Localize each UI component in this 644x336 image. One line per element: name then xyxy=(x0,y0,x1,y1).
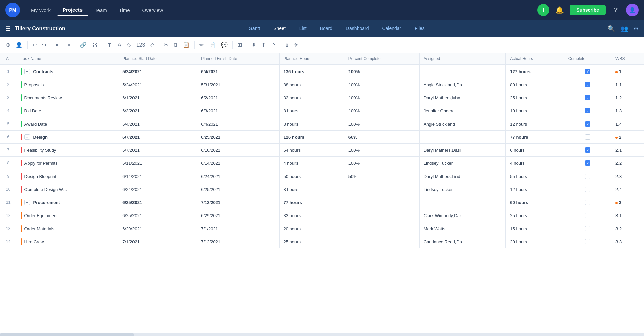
table-row[interactable]: 3Documents Review6/1/20216/2/202132 hour… xyxy=(0,91,644,104)
delete-button[interactable]: 🗑 xyxy=(105,41,114,49)
nav-projects[interactable]: Projects xyxy=(57,4,88,16)
tab-files[interactable]: Files xyxy=(408,21,431,36)
complete-cell[interactable] xyxy=(564,196,611,209)
notes-button[interactable]: 📄 xyxy=(207,40,218,49)
font-button[interactable]: A xyxy=(116,41,123,49)
grid-button[interactable]: ⊞ xyxy=(235,40,244,49)
checkbox-unchecked[interactable] xyxy=(585,239,590,244)
task-name-cell[interactable]: Proposals xyxy=(17,78,118,91)
table-row[interactable]: 7Feasibility Study6/7/20216/10/202164 ho… xyxy=(0,144,644,157)
table-row[interactable]: 6−Design6/7/20216/25/2021126 hours66%77 … xyxy=(0,131,644,144)
tab-gantt[interactable]: Gantt xyxy=(242,21,267,36)
task-name-cell[interactable]: Bid Date xyxy=(17,104,118,117)
col-planned-hours[interactable]: Planned Hours xyxy=(279,53,344,65)
link-button[interactable]: 🔗 xyxy=(78,40,89,49)
complete-cell[interactable]: ✓ xyxy=(564,117,611,131)
task-name-cell[interactable]: Order Equipment xyxy=(17,209,118,222)
table-row[interactable]: 4Bid Date6/3/20216/3/20218 hours100%Jenn… xyxy=(0,104,644,117)
complete-cell[interactable]: ✓ xyxy=(564,104,611,117)
table-row[interactable]: 10Complete Design W…6/24/20216/25/20218 … xyxy=(0,183,644,196)
table-row[interactable]: 1−Contracts5/24/20216/4/2021136 hours100… xyxy=(0,65,644,78)
highlight-button[interactable]: ◇ xyxy=(125,40,133,49)
nav-overview[interactable]: Overview xyxy=(137,5,169,16)
col-assigned[interactable]: Assigned xyxy=(419,53,506,65)
expand-icon[interactable]: − xyxy=(24,134,30,140)
table-row[interactable]: 5Award Date6/4/20216/4/20218 hours100%An… xyxy=(0,117,644,131)
task-name-cell[interactable]: Complete Design W… xyxy=(17,183,118,196)
complete-cell[interactable] xyxy=(564,131,611,144)
edit-button[interactable]: ✏ xyxy=(197,40,206,49)
col-percent[interactable]: Percent Complete xyxy=(344,53,419,65)
expand-icon[interactable]: − xyxy=(24,200,30,205)
task-name-cell[interactable]: Hire Crew xyxy=(17,235,118,248)
number-button[interactable]: 123 xyxy=(134,41,147,49)
search-icon[interactable]: 🔍 xyxy=(608,25,615,32)
people-icon[interactable]: 👥 xyxy=(621,25,628,32)
task-name-cell[interactable]: −Procurement xyxy=(17,196,118,209)
print-button[interactable]: 🖨 xyxy=(269,41,278,49)
col-task-name[interactable]: Task Name xyxy=(17,53,118,65)
info-button[interactable]: ℹ xyxy=(284,40,290,49)
tab-list[interactable]: List xyxy=(292,21,313,36)
notifications-button[interactable]: 🔔 xyxy=(553,4,566,16)
complete-cell[interactable] xyxy=(564,183,611,196)
complete-cell[interactable]: ✓ xyxy=(564,91,611,104)
checkbox-checked[interactable]: ✓ xyxy=(585,108,590,113)
comment-button[interactable]: 💬 xyxy=(219,40,230,49)
menu-toggle[interactable]: ☰ xyxy=(5,25,11,32)
nav-time[interactable]: Time xyxy=(114,5,136,16)
checkbox-unchecked[interactable] xyxy=(585,187,590,192)
col-start-date[interactable]: Planned Start Date xyxy=(118,53,197,65)
complete-cell[interactable] xyxy=(564,209,611,222)
table-row[interactable]: 14Hire Crew7/1/20217/12/202125 hoursCand… xyxy=(0,235,644,248)
upload-button[interactable]: ⬆ xyxy=(259,40,268,49)
table-row[interactable]: 9Design Blueprint6/14/20216/24/202150 ho… xyxy=(0,170,644,183)
complete-cell[interactable] xyxy=(564,170,611,183)
checkbox-unchecked[interactable] xyxy=(585,134,590,140)
checkbox-checked[interactable]: ✓ xyxy=(585,121,590,127)
scrollbar-thumb[interactable] xyxy=(0,333,134,336)
task-name-cell[interactable]: −Contracts xyxy=(17,65,118,78)
task-name-cell[interactable]: Documents Review xyxy=(17,91,118,104)
complete-cell[interactable] xyxy=(564,235,611,248)
complete-cell[interactable]: ✓ xyxy=(564,65,611,78)
nav-team[interactable]: Team xyxy=(89,5,112,16)
complete-cell[interactable]: ✓ xyxy=(564,157,611,170)
nav-my-work[interactable]: My Work xyxy=(25,5,56,16)
checkbox-unchecked[interactable] xyxy=(585,226,590,231)
col-wbs[interactable]: WBS xyxy=(611,53,644,65)
horizontal-scrollbar[interactable] xyxy=(0,333,644,336)
table-row[interactable]: 12Order Equipment6/25/20216/29/202132 ho… xyxy=(0,209,644,222)
col-complete[interactable]: Complete xyxy=(564,53,611,65)
indent-right-button[interactable]: ⇥ xyxy=(64,40,72,49)
table-row[interactable]: 11−Procurement6/25/20217/12/202177 hours… xyxy=(0,196,644,209)
checkbox-checked[interactable]: ✓ xyxy=(585,69,590,74)
undo-button[interactable]: ↩ xyxy=(30,40,39,49)
cut-button[interactable]: ✂ xyxy=(162,40,170,49)
send-button[interactable]: ✈ xyxy=(291,40,300,49)
table-row[interactable]: 13Order Materials6/29/20217/1/202120 hou… xyxy=(0,222,644,235)
avatar[interactable]: 👤 xyxy=(626,4,639,16)
shape-button[interactable]: ◇ xyxy=(148,40,156,49)
download-button[interactable]: ⬇ xyxy=(250,40,258,49)
checkbox-unchecked[interactable] xyxy=(585,174,590,179)
checkbox-unchecked[interactable] xyxy=(585,213,590,218)
add-row-button[interactable]: ⊕ xyxy=(4,40,12,49)
task-name-cell[interactable]: −Design xyxy=(17,131,118,144)
checkbox-checked[interactable]: ✓ xyxy=(585,82,590,87)
tab-board[interactable]: Board xyxy=(313,21,339,36)
table-row[interactable]: 8Apply for Permits6/11/20216/14/20214 ho… xyxy=(0,157,644,170)
col-all[interactable]: All xyxy=(0,53,17,65)
unlink-button[interactable]: ⛓ xyxy=(90,41,99,49)
col-finish-date[interactable]: Planned Finish Date xyxy=(197,53,279,65)
task-name-cell[interactable]: Design Blueprint xyxy=(17,170,118,183)
checkbox-checked[interactable]: ✓ xyxy=(585,95,590,100)
paste-button[interactable]: 📋 xyxy=(181,40,192,49)
checkbox-checked[interactable]: ✓ xyxy=(585,160,590,166)
task-name-cell[interactable]: Feasibility Study xyxy=(17,144,118,157)
tab-sheet[interactable]: Sheet xyxy=(267,21,292,36)
copy-button[interactable]: ⧉ xyxy=(172,41,179,49)
complete-cell[interactable] xyxy=(564,222,611,235)
settings-icon[interactable]: ⚙ xyxy=(633,25,639,32)
col-actual-hours[interactable]: Actual Hours xyxy=(506,53,564,65)
